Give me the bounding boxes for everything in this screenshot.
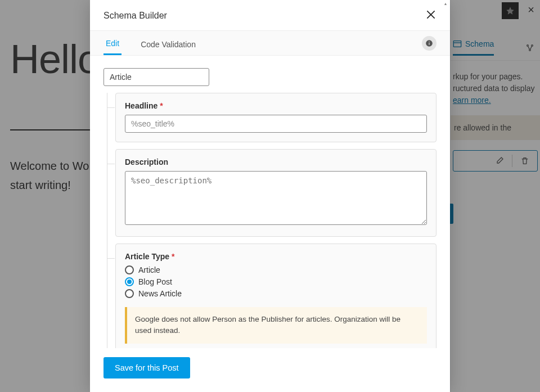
- tab-code-validation[interactable]: Code Validation: [138, 32, 198, 55]
- radio-icon: [125, 265, 134, 274]
- headline-label: Headline *: [125, 101, 427, 110]
- modal-title: Schema Builder: [104, 11, 167, 21]
- schema-builder-modal: Schema Builder Edit Code Validation Head…: [90, 0, 450, 392]
- radio-blog-post[interactable]: Blog Post: [125, 277, 427, 286]
- article-type-label: Article Type *: [125, 252, 427, 261]
- radio-news-article[interactable]: News Article: [125, 289, 427, 298]
- info-icon[interactable]: [422, 36, 436, 51]
- description-label: Description: [125, 157, 427, 166]
- radio-article[interactable]: Article: [125, 265, 427, 274]
- svg-rect-8: [429, 42, 429, 44]
- radio-icon: [125, 289, 134, 298]
- schema-type-input[interactable]: [104, 68, 209, 86]
- headline-input[interactable]: [125, 115, 427, 133]
- tab-edit[interactable]: Edit: [104, 31, 122, 55]
- save-button[interactable]: Save for this Post: [104, 357, 190, 379]
- description-input[interactable]: [125, 171, 427, 225]
- modal-close-button[interactable]: [425, 9, 436, 22]
- publisher-notice: Google does not allow Person as the Publ…: [125, 307, 427, 344]
- radio-icon: [125, 277, 134, 286]
- svg-rect-9: [429, 41, 429, 42]
